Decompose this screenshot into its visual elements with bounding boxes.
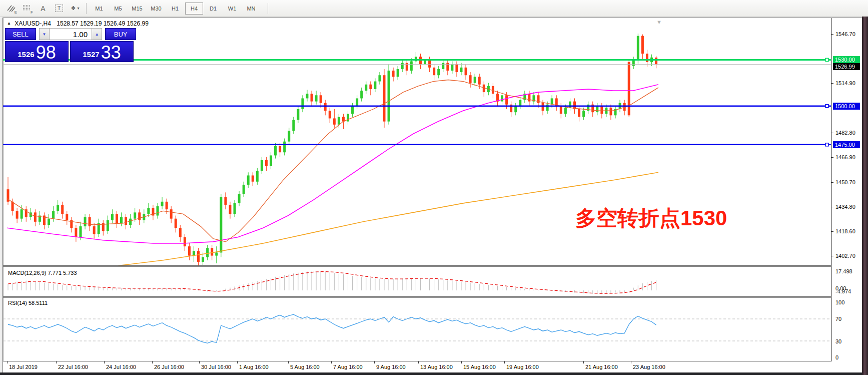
time-axis-tick [583, 361, 584, 363]
timeframe-button-m5[interactable]: M5 [109, 3, 127, 15]
price-axis-tick [831, 231, 833, 232]
toolbar-separator [268, 3, 268, 14]
time-axis-label: 22 Jul 16:00 [58, 364, 88, 370]
timeframe-button-m30[interactable]: M30 [147, 3, 165, 15]
price-axis-tick [831, 83, 833, 84]
timeframe-button-mn[interactable]: MN [242, 3, 260, 15]
time-axis-label: 1 Aug 16:00 [239, 364, 269, 370]
time-axis-tick [331, 361, 332, 363]
symbol-period-label: XAUUSD-,H4 [15, 20, 51, 27]
background-right-edge [862, 17, 868, 375]
time-axis-label: 5 Aug 16:00 [290, 364, 320, 370]
chart-header: ▲ XAUUSD-,H4 1528.57 1529.19 1526.49 152… [7, 20, 149, 27]
rsi-axis-label: 100 [835, 299, 844, 305]
price-axis-label: 1434.80 [835, 204, 855, 210]
time-axis-tick [56, 361, 57, 363]
price-axis-tick [831, 133, 833, 133]
price-axis-label: 1514.90 [835, 80, 855, 86]
time-axis-tick [7, 361, 8, 363]
buy-price-box[interactable]: 1527 33 [70, 41, 134, 62]
rsi-panel[interactable]: RSI(14) 58.5111 [3, 298, 831, 361]
price-axis[interactable]: 1546.701514.901482.801466.901450.701434.… [831, 18, 861, 361]
one-click-trade-panel: SELL ▼ ▲ BUY 1526 98 1527 33 [5, 28, 136, 62]
time-axis-label: 26 Jul 16:00 [154, 364, 184, 370]
time-axis-tick [418, 361, 419, 363]
time-axis-tick [152, 361, 153, 363]
time-axis-label: 15 Aug 16:00 [463, 364, 496, 370]
macd-axis-label: 17.498 [835, 268, 852, 274]
toolbar-separator [86, 3, 87, 14]
time-axis-label: 24 Jul 16:00 [106, 364, 136, 370]
price-badge: 1530.00 [833, 56, 860, 63]
timeframe-button-d1[interactable]: D1 [204, 3, 222, 15]
macd-histogram [3, 267, 831, 296]
rsi-label: RSI(14) 58.5111 [8, 300, 48, 306]
collapse-icon[interactable]: ▲ [7, 21, 11, 26]
time-axis-label: 13 Aug 16:00 [420, 364, 453, 370]
drawing-tools-group: EFAT❖▾ [3, 2, 83, 15]
buy-price-small: 1527 [83, 50, 99, 59]
buy-button[interactable]: BUY [105, 28, 136, 40]
timeframe-buttons-group: M1M5M15M30H1H4D1W1MN [90, 3, 261, 15]
panel-separator[interactable] [3, 265, 831, 266]
app-window: EFAT❖▾ M1M5M15M30H1H4D1W1MN ▼ ▲ XAUUSD-,… [0, 0, 868, 375]
time-axis[interactable]: 18 Jul 201922 Jul 16:0024 Jul 16:0026 Ju… [3, 361, 861, 371]
time-axis-label: 19 Aug 16:00 [506, 364, 539, 370]
price-axis-label: 1418.60 [835, 228, 855, 234]
text-tool-a-icon[interactable]: A [36, 2, 50, 15]
price-axis-tick [831, 256, 833, 256]
chart-window: ▼ ▲ XAUUSD-,H4 1528.57 1529.19 1526.49 1… [3, 18, 862, 373]
rsi-axis-label: 70 [835, 316, 841, 322]
price-badge: 1500.00 [833, 103, 860, 110]
time-axis-tick [104, 361, 105, 363]
price-badge: 1475.00 [833, 141, 860, 148]
sell-button[interactable]: SELL [5, 28, 36, 40]
time-axis-tick [199, 361, 200, 363]
toolbar: EFAT❖▾ M1M5M15M30H1H4D1W1MN [0, 0, 868, 17]
price-axis-label: 1466.90 [835, 154, 855, 160]
timeframe-button-m15[interactable]: M15 [128, 3, 146, 15]
macd-axis-label: -4.974 [835, 288, 851, 294]
time-axis-label: 23 Aug 16:00 [633, 364, 665, 370]
time-axis-label: 7 Aug 16:00 [333, 364, 363, 370]
fibo-tool-f-icon[interactable]: F [20, 2, 34, 15]
sell-price-small: 1526 [18, 50, 34, 59]
timeframe-button-m1[interactable]: M1 [90, 3, 108, 15]
sell-price-big: 98 [36, 44, 56, 61]
time-axis-tick [631, 361, 631, 363]
rsi-axis-label: 0 [835, 354, 838, 360]
price-axis-label: 1450.70 [835, 179, 855, 185]
ohlc-values: 1528.57 1529.19 1526.49 1526.99 [57, 20, 149, 27]
timeframe-button-h4[interactable]: H4 [185, 3, 203, 15]
main-chart-plot[interactable]: ▼ ▲ XAUUSD-,H4 1528.57 1529.19 1526.49 1… [3, 18, 831, 265]
price-axis-tick [831, 34, 833, 35]
time-axis-tick [288, 361, 289, 363]
chart-shift-marker-icon[interactable]: ▼ [656, 19, 662, 25]
volume-up-button[interactable]: ▲ [92, 28, 102, 40]
timeframe-button-w1[interactable]: W1 [223, 3, 241, 15]
textbox-tool-t-icon[interactable]: T [52, 2, 66, 15]
price-axis-label: 1482.80 [835, 130, 855, 136]
cursor-tool-icon[interactable]: ❖▾ [68, 2, 82, 15]
pattern-tool-e-icon[interactable]: E [4, 2, 18, 15]
price-axis-label: 1546.70 [835, 31, 855, 37]
time-axis-tick [504, 361, 505, 363]
price-axis-tick [831, 207, 833, 207]
price-axis-tick [831, 182, 833, 183]
price-axis-label: 1402.70 [835, 253, 855, 259]
time-axis-label: 9 Aug 16:00 [376, 364, 406, 370]
macd-label: MACD(12,26,9) 7.771 5.733 [8, 270, 77, 276]
timeframe-button-h1[interactable]: H1 [166, 3, 184, 15]
background-bottom-edge [0, 372, 862, 375]
rsi-axis-label: 30 [835, 338, 841, 344]
time-axis-tick [461, 361, 462, 363]
macd-panel[interactable]: MACD(12,26,9) 7.771 5.733 [3, 267, 831, 296]
panel-separator[interactable] [3, 296, 831, 297]
buy-price-big: 33 [101, 44, 121, 61]
price-badge: 1526.99 [833, 63, 860, 70]
time-axis-tick [374, 361, 375, 363]
volume-input[interactable] [50, 28, 92, 40]
sell-price-box[interactable]: 1526 98 [5, 41, 69, 62]
time-axis-label: 30 Jul 16:00 [201, 364, 231, 370]
volume-down-button[interactable]: ▼ [39, 28, 50, 40]
